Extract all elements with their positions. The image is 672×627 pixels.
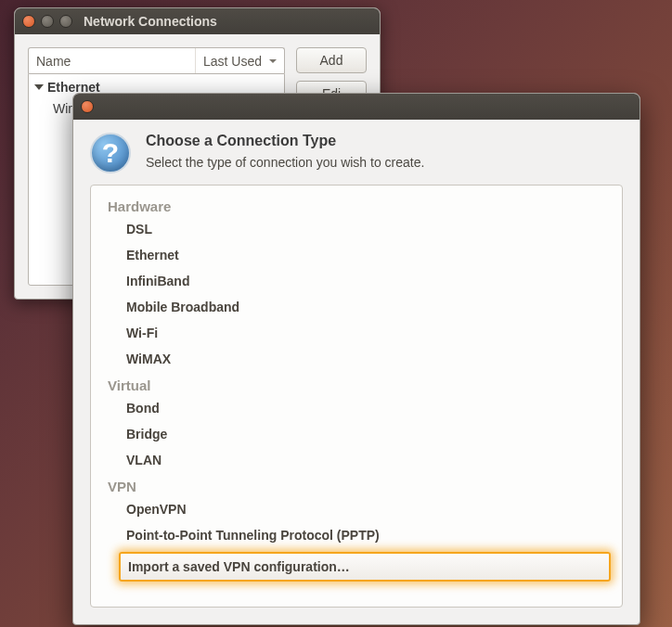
titlebar[interactable] — [73, 94, 640, 120]
category-hardware: Hardware — [91, 193, 622, 216]
minimize-icon[interactable] — [41, 15, 54, 28]
connection-type-dialog: ? Choose a Connection Type Select the ty… — [72, 93, 640, 625]
connection-type-list[interactable]: Hardware DSL Ethernet InfiniBand Mobile … — [90, 185, 623, 608]
option-mobile-broadband[interactable]: Mobile Broadband — [91, 294, 622, 320]
dialog-subtitle: Select the type of connection you wish t… — [146, 155, 424, 170]
option-bridge[interactable]: Bridge — [91, 421, 622, 447]
option-infiniband[interactable]: InfiniBand — [91, 268, 622, 294]
option-wifi[interactable]: Wi-Fi — [91, 320, 622, 346]
option-pptp[interactable]: Point-to-Point Tunneling Protocol (PPTP) — [91, 522, 622, 548]
category-virtual: Virtual — [91, 372, 622, 395]
chevron-down-icon — [34, 84, 44, 90]
option-vlan[interactable]: VLAN — [91, 447, 622, 473]
option-ethernet[interactable]: Ethernet — [91, 242, 622, 268]
column-last-used[interactable]: Last Used — [196, 48, 284, 73]
sort-arrow-icon — [269, 59, 277, 63]
add-button[interactable]: Add — [296, 47, 367, 73]
category-vpn: VPN — [91, 473, 622, 496]
column-last-used-label: Last Used — [203, 54, 262, 69]
option-openvpn[interactable]: OpenVPN — [91, 496, 622, 522]
column-name[interactable]: Name — [29, 48, 196, 73]
titlebar[interactable]: Network Connections — [15, 8, 380, 34]
option-bond[interactable]: Bond — [91, 395, 622, 421]
option-wimax[interactable]: WiMAX — [91, 346, 622, 372]
window-title: Network Connections — [84, 14, 217, 29]
option-dsl[interactable]: DSL — [91, 216, 622, 242]
list-header: Name Last Used — [28, 47, 285, 73]
option-import-vpn[interactable]: Import a saved VPN configuration… — [119, 552, 611, 582]
close-icon[interactable] — [81, 100, 94, 113]
dialog-title: Choose a Connection Type — [146, 133, 424, 149]
maximize-icon[interactable] — [59, 15, 72, 28]
close-icon[interactable] — [22, 15, 35, 28]
question-icon: ? — [90, 133, 131, 173]
